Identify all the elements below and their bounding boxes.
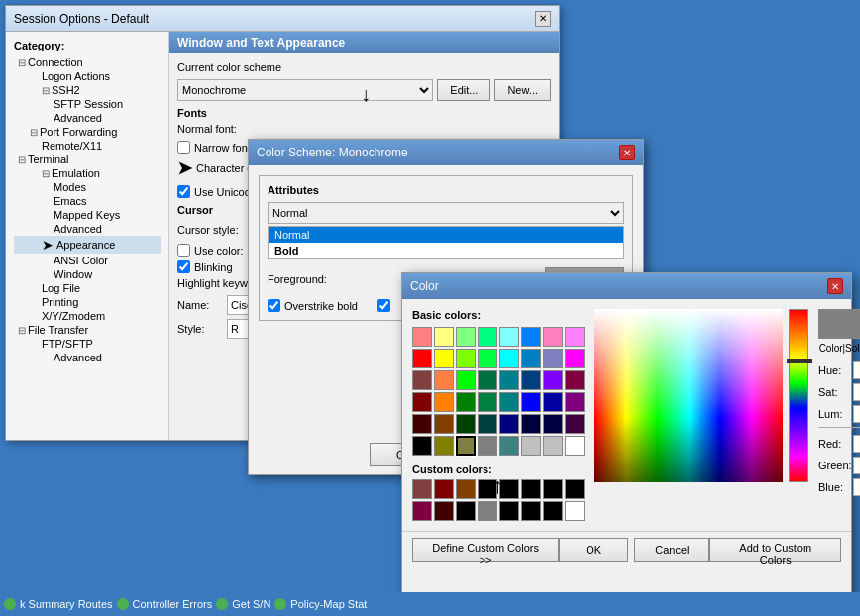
tree-item-advanced-ft[interactable]: Advanced bbox=[14, 351, 161, 364]
custom-color-cell[interactable] bbox=[478, 501, 497, 521]
basic-color-cell[interactable] bbox=[565, 414, 585, 434]
tree-item-logon[interactable]: Logon Actions bbox=[14, 69, 161, 83]
basic-color-cell[interactable] bbox=[478, 327, 497, 347]
basic-color-cell[interactable] bbox=[565, 436, 585, 456]
tree-item-advanced-ssh[interactable]: Advanced bbox=[14, 111, 161, 125]
custom-color-cell[interactable] bbox=[456, 501, 476, 521]
tree-item-advanced-emu[interactable]: Advanced bbox=[14, 222, 161, 236]
basic-color-cell[interactable] bbox=[478, 392, 497, 412]
basic-color-cell[interactable] bbox=[565, 349, 585, 368]
basic-color-cell[interactable] bbox=[456, 392, 476, 412]
tree-item-emulation[interactable]: ⊟Emulation bbox=[14, 166, 161, 180]
basic-color-cell[interactable] bbox=[412, 349, 432, 368]
custom-color-cell[interactable] bbox=[434, 501, 454, 521]
tree-item-appearance[interactable]: ➤Appearance bbox=[14, 236, 161, 254]
basic-color-cell[interactable] bbox=[499, 392, 519, 412]
basic-color-cell[interactable] bbox=[565, 370, 585, 390]
new-button[interactable]: New... bbox=[494, 79, 551, 101]
custom-color-cell[interactable] bbox=[521, 479, 541, 499]
basic-color-cell[interactable] bbox=[434, 370, 454, 390]
basic-color-cell[interactable] bbox=[456, 327, 476, 347]
basic-color-cell[interactable] bbox=[521, 349, 541, 368]
attr-normal-item[interactable]: Normal bbox=[269, 227, 623, 243]
attr-bold-item[interactable]: Bold bbox=[269, 243, 623, 258]
tree-item-ansicolor[interactable]: ANSI Color bbox=[14, 254, 161, 267]
another-checkbox[interactable] bbox=[377, 299, 390, 312]
overstrike-bold-checkbox[interactable] bbox=[268, 299, 280, 312]
tree-item-connection[interactable]: ⊟Connection bbox=[14, 55, 161, 69]
basic-color-cell[interactable] bbox=[499, 370, 519, 390]
color-scheme-select[interactable]: Monochrome bbox=[177, 79, 433, 101]
edit-button[interactable]: Edit... bbox=[437, 79, 490, 101]
color-spectrum[interactable] bbox=[594, 309, 783, 482]
session-close-button[interactable]: ✕ bbox=[535, 11, 551, 27]
basic-color-cell[interactable] bbox=[521, 327, 541, 347]
tree-item-mappedkeys[interactable]: Mapped Keys bbox=[14, 208, 161, 222]
basic-color-cell[interactable] bbox=[543, 414, 563, 434]
tree-item-remotex11[interactable]: Remote/X11 bbox=[14, 139, 161, 153]
green-input[interactable] bbox=[853, 457, 860, 474]
use-unicode-checkbox[interactable] bbox=[177, 185, 190, 198]
tree-item-filetransfer[interactable]: ⊟File Transfer bbox=[14, 323, 161, 337]
basic-color-cell[interactable] bbox=[499, 327, 519, 347]
tree-item-logfile[interactable]: Log File bbox=[14, 281, 161, 295]
color-ok-button[interactable]: OK bbox=[559, 538, 628, 562]
tree-item-emacs[interactable]: Emacs bbox=[14, 194, 161, 208]
basic-color-cell[interactable] bbox=[412, 327, 432, 347]
basic-color-cell[interactable] bbox=[478, 436, 497, 456]
tree-item-ftpsftp[interactable]: FTP/SFTP bbox=[14, 337, 161, 351]
basic-color-cell[interactable] bbox=[456, 436, 476, 456]
custom-color-cell[interactable] bbox=[565, 479, 585, 499]
red-input[interactable] bbox=[853, 435, 860, 453]
basic-color-cell[interactable] bbox=[499, 349, 519, 368]
basic-color-cell[interactable] bbox=[499, 436, 519, 456]
custom-color-cell[interactable] bbox=[521, 501, 541, 521]
custom-color-cell[interactable] bbox=[543, 479, 563, 499]
color-cancel-button[interactable]: Cancel bbox=[634, 538, 709, 562]
color-scheme-close-button[interactable]: ✕ bbox=[619, 145, 635, 160]
basic-color-cell[interactable] bbox=[434, 392, 454, 412]
basic-color-cell[interactable] bbox=[412, 392, 432, 412]
narrow-font-checkbox[interactable] bbox=[177, 141, 190, 154]
basic-color-cell[interactable] bbox=[456, 349, 476, 368]
blue-input[interactable] bbox=[853, 478, 860, 496]
custom-color-cell[interactable] bbox=[434, 479, 454, 499]
add-custom-colors-button[interactable]: Add to Custom Colors bbox=[709, 538, 841, 562]
basic-color-cell[interactable] bbox=[478, 370, 497, 390]
hue-input[interactable] bbox=[853, 361, 860, 379]
custom-color-cell[interactable] bbox=[456, 479, 476, 499]
basic-color-cell[interactable] bbox=[543, 392, 563, 412]
blinking-checkbox[interactable] bbox=[177, 260, 190, 273]
basic-color-cell[interactable] bbox=[478, 349, 497, 368]
custom-color-cell[interactable] bbox=[543, 501, 563, 521]
basic-color-cell[interactable] bbox=[434, 327, 454, 347]
basic-color-cell[interactable] bbox=[478, 414, 497, 434]
basic-color-cell[interactable] bbox=[521, 370, 541, 390]
basic-color-cell[interactable] bbox=[543, 370, 563, 390]
tree-item-printing[interactable]: Printing bbox=[14, 295, 161, 309]
attribute-dropdown[interactable]: Normal Bold bbox=[268, 226, 624, 259]
attribute-select[interactable]: Normal bbox=[268, 202, 624, 224]
define-custom-button[interactable]: Define Custom Colors >> bbox=[412, 538, 559, 562]
basic-color-cell[interactable] bbox=[543, 436, 563, 456]
basic-color-cell[interactable] bbox=[456, 370, 476, 390]
basic-color-cell[interactable] bbox=[499, 414, 519, 434]
basic-color-cell[interactable] bbox=[412, 414, 432, 434]
lum-input[interactable] bbox=[853, 405, 860, 423]
tree-item-sftp[interactable]: SFTP Session bbox=[14, 97, 161, 111]
basic-color-cell[interactable] bbox=[543, 349, 563, 368]
basic-color-cell[interactable] bbox=[565, 327, 585, 347]
basic-color-cell[interactable] bbox=[543, 327, 563, 347]
color-picker-close-button[interactable]: ✕ bbox=[827, 278, 843, 294]
basic-color-cell[interactable] bbox=[434, 436, 454, 456]
tree-item-window[interactable]: Window bbox=[14, 267, 161, 281]
tree-item-modes[interactable]: Modes bbox=[14, 180, 161, 194]
tree-item-portfwd[interactable]: ⊟Port Forwarding bbox=[14, 125, 161, 139]
hue-bar[interactable] bbox=[789, 309, 808, 482]
basic-color-cell[interactable] bbox=[521, 436, 541, 456]
basic-color-cell[interactable] bbox=[434, 414, 454, 434]
basic-color-cell[interactable] bbox=[412, 436, 432, 456]
custom-color-cell[interactable] bbox=[565, 501, 585, 521]
custom-color-cell[interactable] bbox=[412, 479, 432, 499]
basic-color-cell[interactable] bbox=[456, 414, 476, 434]
